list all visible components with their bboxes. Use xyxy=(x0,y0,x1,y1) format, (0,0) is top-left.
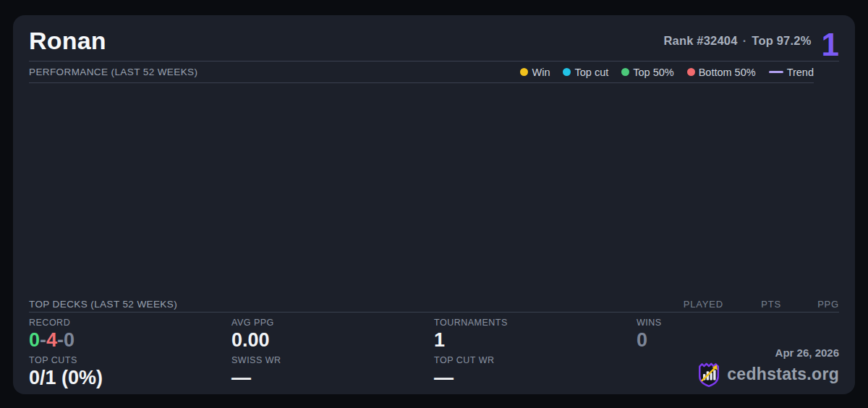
stat-avg-ppg: AVG PPG 0.00 xyxy=(231,318,434,355)
top-percent-text: Top 97.2% xyxy=(752,34,811,47)
win-dot-icon xyxy=(520,68,528,76)
stat-swiss-wr: SWISS WR — xyxy=(231,355,434,389)
avg-ppg-value: 0.00 xyxy=(231,330,434,352)
trend-line-icon xyxy=(769,71,783,73)
rank-number-text: Rank #32404 xyxy=(663,34,737,47)
column-header-pts: PTS xyxy=(723,299,781,310)
brand-link[interactable]: cedhstats.org xyxy=(727,365,839,384)
stat-label: RECORD xyxy=(29,318,231,328)
legend-item-win[interactable]: Win xyxy=(520,67,550,78)
wins-value: 0 xyxy=(637,330,839,352)
top-cuts-value: 0/1 (0%) xyxy=(29,367,231,389)
record-wins: 0 xyxy=(29,329,40,351)
top-cut-dot-icon xyxy=(563,68,571,76)
rank-separator: · xyxy=(738,34,752,47)
bar-3 xyxy=(710,373,712,380)
top-50-dot-icon xyxy=(621,68,629,76)
header-rank-group: Rank #32404·Top 97.2% 1 xyxy=(663,22,839,61)
stat-label: TOURNAMENTS xyxy=(434,318,637,328)
bottom-50-dot-icon xyxy=(687,68,695,76)
stat-label: TOP CUT WR xyxy=(434,355,637,365)
legend-label: Top cut xyxy=(574,67,608,78)
column-header-played: PLAYED xyxy=(665,299,723,310)
record-value: 0-4-0 xyxy=(29,330,231,352)
tournaments-value: 1 xyxy=(434,330,637,352)
legend-label: Top 50% xyxy=(633,67,673,78)
top-decks-section-header: TOP DECKS (LAST 52 WEEKS) PLAYED PTS PPG xyxy=(29,296,839,313)
record-separator: - xyxy=(57,329,64,351)
record-losses: 4 xyxy=(46,329,57,351)
player-stats-card: Ronan Rank #32404·Top 97.2% 1 PERFORMANC… xyxy=(13,15,855,394)
stat-record: RECORD 0-4-0 xyxy=(29,318,231,355)
rank-text: Rank #32404·Top 97.2% xyxy=(663,34,811,48)
record-draws: 0 xyxy=(64,329,75,351)
rank-highlight-number: 1 xyxy=(822,29,839,61)
legend-label: Win xyxy=(532,67,550,78)
legend-item-top-cut[interactable]: Top cut xyxy=(563,67,608,78)
legend-label: Bottom 50% xyxy=(699,67,756,78)
legend-item-top-50[interactable]: Top 50% xyxy=(621,67,673,78)
performance-section-title: PERFORMANCE (LAST 52 WEEKS) xyxy=(29,67,197,77)
stat-wins: WINS 0 xyxy=(637,318,839,355)
performance-section-header: PERFORMANCE (LAST 52 WEEKS) Win Top cut … xyxy=(29,61,814,83)
performance-chart xyxy=(29,83,839,296)
bar-4 xyxy=(713,370,715,380)
brand-row: cedhstats.org xyxy=(697,362,839,388)
page-title: Ronan xyxy=(29,27,106,55)
legend-item-bottom-50[interactable]: Bottom 50% xyxy=(687,67,756,78)
stats-grid: RECORD 0-4-0 AVG PPG 0.00 TOURNAMENTS 1 … xyxy=(29,313,839,389)
record-separator: - xyxy=(40,329,46,351)
stat-label: AVG PPG xyxy=(231,318,434,328)
chart-legend: Win Top cut Top 50% Bottom 50% Trend xyxy=(520,67,814,78)
column-header-ppg: PPG xyxy=(781,299,839,310)
top-decks-columns: PLAYED PTS PPG xyxy=(665,299,839,310)
cedhstats-shield-logo-icon xyxy=(697,362,721,388)
top-cut-wr-value: — xyxy=(434,367,637,389)
legend-item-trend[interactable]: Trend xyxy=(769,67,814,78)
stat-top-cuts: TOP CUTS 0/1 (0%) xyxy=(29,355,231,389)
legend-label: Trend xyxy=(787,67,814,78)
stat-label: TOP CUTS xyxy=(29,355,231,365)
card-header: Ronan Rank #32404·Top 97.2% 1 xyxy=(29,15,839,61)
stat-label: WINS xyxy=(637,318,839,328)
stat-label: SWISS WR xyxy=(231,355,434,365)
stat-tournaments: TOURNAMENTS 1 xyxy=(434,318,637,355)
stat-top-cut-wr: TOP CUT WR — xyxy=(434,355,637,389)
top-decks-section-title: TOP DECKS (LAST 52 WEEKS) xyxy=(29,299,177,310)
swiss-wr-value: — xyxy=(231,367,434,389)
